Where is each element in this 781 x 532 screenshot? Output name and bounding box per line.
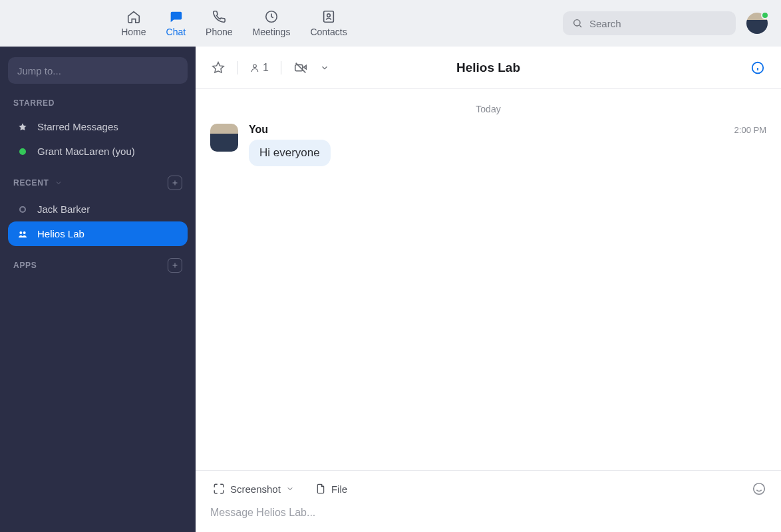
add-recent-button[interactable] — [168, 176, 182, 190]
user-avatar[interactable] — [746, 13, 768, 34]
search-box[interactable] — [563, 11, 736, 35]
section-apps-label[interactable]: APPS — [8, 258, 188, 273]
star-outline-icon[interactable] — [212, 61, 225, 74]
nav-label: Meetings — [253, 27, 291, 37]
search-icon — [572, 18, 583, 29]
section-starred-label: STARRED — [8, 98, 188, 108]
file-icon — [315, 483, 326, 494]
nav-meetings[interactable]: Meetings — [253, 9, 291, 37]
file-tool[interactable]: File — [313, 479, 350, 499]
screenshot-icon — [213, 483, 225, 495]
nav-home[interactable]: Home — [121, 9, 146, 37]
svg-point-6 — [253, 65, 257, 68]
sidebar-item-label: Helios Lab — [37, 228, 84, 239]
sidebar-item-label: Starred Messages — [37, 121, 118, 132]
chat-icon — [168, 9, 183, 24]
contacts-icon — [321, 9, 336, 24]
separator — [237, 61, 237, 74]
message-row: You 2:00 PM Hi everyone — [196, 124, 781, 166]
section-recent-label[interactable]: RECENT — [8, 176, 188, 190]
screenshot-tool[interactable]: Screenshot — [210, 479, 297, 499]
nav-phone[interactable]: Phone — [206, 9, 232, 37]
sidebar-item-starred-messages[interactable]: Starred Messages — [8, 114, 188, 139]
status-offline-icon — [17, 204, 28, 215]
phone-icon — [212, 9, 226, 24]
jump-to-input[interactable] — [17, 65, 178, 76]
nav-label: Home — [121, 27, 146, 37]
members-button[interactable]: 1 — [249, 62, 269, 74]
status-online-icon — [17, 146, 28, 157]
svg-point-5 — [23, 231, 26, 234]
sidebar-item-jack-barker[interactable]: Jack Barker — [8, 197, 188, 221]
sidebar-item-self[interactable]: Grant MacLaren (you) — [8, 139, 188, 164]
chevron-down-icon — [55, 179, 63, 187]
info-button[interactable] — [750, 61, 765, 75]
nav-label: Phone — [206, 27, 232, 37]
file-label: File — [331, 483, 347, 495]
nav-label: Contacts — [310, 27, 347, 37]
sidebar-item-label: Jack Barker — [37, 203, 90, 215]
section-label-text: APPS — [13, 261, 37, 270]
message-author: You — [249, 124, 268, 136]
chat-title: Helios Lab — [456, 61, 520, 75]
svg-point-3 — [574, 20, 580, 26]
message-author-avatar[interactable] — [210, 124, 238, 152]
member-count: 1 — [263, 62, 269, 74]
nav-contacts[interactable]: Contacts — [310, 9, 347, 37]
chevron-down-icon[interactable] — [320, 63, 329, 72]
message-input[interactable] — [210, 507, 766, 519]
section-label-text: STARRED — [13, 98, 55, 108]
svg-point-4 — [19, 231, 22, 234]
video-off-icon[interactable] — [293, 61, 308, 75]
add-app-button[interactable] — [168, 258, 182, 273]
date-divider: Today — [196, 89, 781, 124]
search-input[interactable] — [589, 18, 726, 29]
message-time: 2:00 PM — [734, 125, 766, 135]
emoji-picker-icon[interactable] — [752, 481, 766, 496]
nav-chat[interactable]: Chat — [166, 9, 186, 37]
message-bubble: Hi everyone — [249, 140, 331, 166]
separator — [281, 61, 281, 74]
nav-label: Chat — [166, 27, 186, 37]
sidebar-item-label: Grant MacLaren (you) — [37, 146, 135, 157]
sidebar-item-helios-lab[interactable]: Helios Lab — [8, 221, 188, 246]
section-label-text: RECENT — [13, 178, 49, 188]
screenshot-label: Screenshot — [230, 483, 281, 495]
svg-point-9 — [754, 483, 765, 495]
star-icon — [17, 122, 28, 132]
clock-icon — [264, 9, 279, 24]
chevron-down-icon — [286, 485, 294, 493]
home-icon — [126, 9, 141, 24]
group-icon — [17, 229, 28, 239]
svg-point-2 — [327, 14, 331, 17]
jump-to-box[interactable] — [8, 57, 188, 84]
